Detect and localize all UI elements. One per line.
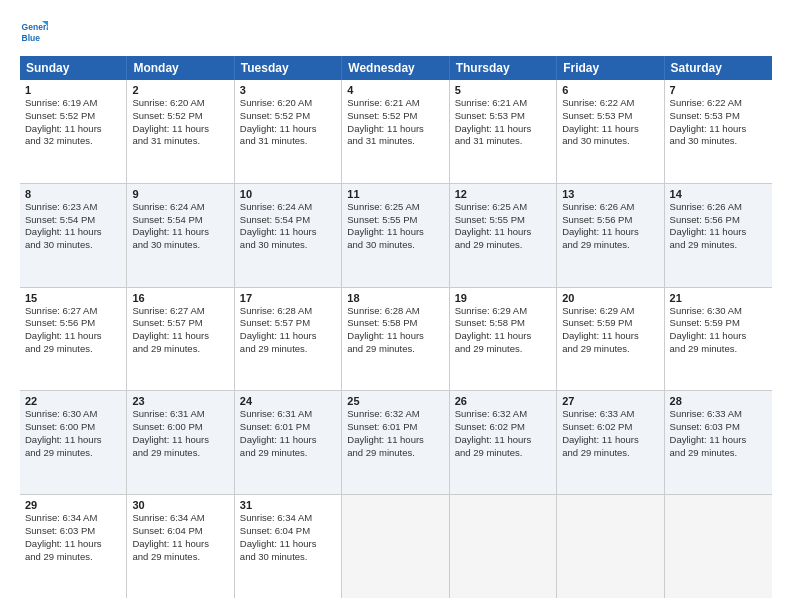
day-cell-1: 1Sunrise: 6:19 AMSunset: 5:52 PMDaylight… — [20, 80, 127, 183]
empty-cell-4-6 — [665, 495, 772, 598]
cell-line: Sunrise: 6:27 AM — [25, 305, 121, 318]
day-number: 21 — [670, 292, 767, 304]
cell-line: and 29 minutes. — [347, 447, 443, 460]
cell-line: Sunrise: 6:25 AM — [455, 201, 551, 214]
calendar-row-4: 29Sunrise: 6:34 AMSunset: 6:03 PMDayligh… — [20, 495, 772, 598]
day-cell-2: 2Sunrise: 6:20 AMSunset: 5:52 PMDaylight… — [127, 80, 234, 183]
cell-line: Sunset: 6:02 PM — [455, 421, 551, 434]
day-number: 26 — [455, 395, 551, 407]
cell-line: Sunrise: 6:34 AM — [25, 512, 121, 525]
cell-line: Daylight: 11 hours — [347, 123, 443, 136]
cell-line: Sunrise: 6:29 AM — [562, 305, 658, 318]
header-day-saturday: Saturday — [665, 56, 772, 80]
cell-line: Daylight: 11 hours — [455, 434, 551, 447]
cell-line: and 31 minutes. — [240, 135, 336, 148]
day-number: 6 — [562, 84, 658, 96]
cell-line: and 30 minutes. — [670, 135, 767, 148]
header: General Blue — [20, 18, 772, 46]
cell-line: Daylight: 11 hours — [562, 434, 658, 447]
calendar-body: 1Sunrise: 6:19 AMSunset: 5:52 PMDaylight… — [20, 80, 772, 598]
day-number: 9 — [132, 188, 228, 200]
cell-line: Sunset: 5:55 PM — [347, 214, 443, 227]
day-number: 12 — [455, 188, 551, 200]
cell-line: Sunset: 6:00 PM — [25, 421, 121, 434]
cell-line: Sunset: 5:59 PM — [670, 317, 767, 330]
cell-line: Sunset: 5:59 PM — [562, 317, 658, 330]
calendar: SundayMondayTuesdayWednesdayThursdayFrid… — [20, 56, 772, 598]
cell-line: Sunrise: 6:33 AM — [562, 408, 658, 421]
cell-line: Daylight: 11 hours — [25, 538, 121, 551]
cell-line: Sunrise: 6:20 AM — [132, 97, 228, 110]
day-number: 27 — [562, 395, 658, 407]
cell-line: and 29 minutes. — [240, 447, 336, 460]
cell-line: Daylight: 11 hours — [25, 330, 121, 343]
day-number: 25 — [347, 395, 443, 407]
cell-line: Sunrise: 6:34 AM — [240, 512, 336, 525]
calendar-row-1: 8Sunrise: 6:23 AMSunset: 5:54 PMDaylight… — [20, 184, 772, 288]
cell-line: Daylight: 11 hours — [562, 226, 658, 239]
cell-line: and 29 minutes. — [132, 551, 228, 564]
day-cell-18: 18Sunrise: 6:28 AMSunset: 5:58 PMDayligh… — [342, 288, 449, 391]
day-number: 1 — [25, 84, 121, 96]
logo-icon: General Blue — [20, 18, 48, 46]
page: General Blue SundayMondayTuesdayWednesda… — [0, 0, 792, 612]
day-cell-6: 6Sunrise: 6:22 AMSunset: 5:53 PMDaylight… — [557, 80, 664, 183]
day-number: 20 — [562, 292, 658, 304]
cell-line: Sunset: 6:04 PM — [240, 525, 336, 538]
cell-line: Sunrise: 6:23 AM — [25, 201, 121, 214]
cell-line: and 29 minutes. — [240, 343, 336, 356]
day-number: 18 — [347, 292, 443, 304]
day-cell-22: 22Sunrise: 6:30 AMSunset: 6:00 PMDayligh… — [20, 391, 127, 494]
cell-line: Sunset: 5:56 PM — [25, 317, 121, 330]
cell-line: Sunrise: 6:28 AM — [240, 305, 336, 318]
calendar-row-2: 15Sunrise: 6:27 AMSunset: 5:56 PMDayligh… — [20, 288, 772, 392]
day-number: 8 — [25, 188, 121, 200]
cell-line: and 29 minutes. — [132, 447, 228, 460]
cell-line: Sunset: 6:01 PM — [240, 421, 336, 434]
cell-line: Daylight: 11 hours — [132, 330, 228, 343]
cell-line: Sunrise: 6:19 AM — [25, 97, 121, 110]
day-cell-29: 29Sunrise: 6:34 AMSunset: 6:03 PMDayligh… — [20, 495, 127, 598]
cell-line: Sunrise: 6:22 AM — [562, 97, 658, 110]
cell-line: and 29 minutes. — [132, 343, 228, 356]
header-day-thursday: Thursday — [450, 56, 557, 80]
day-cell-15: 15Sunrise: 6:27 AMSunset: 5:56 PMDayligh… — [20, 288, 127, 391]
cell-line: and 31 minutes. — [132, 135, 228, 148]
day-number: 16 — [132, 292, 228, 304]
cell-line: Sunset: 5:58 PM — [347, 317, 443, 330]
header-day-tuesday: Tuesday — [235, 56, 342, 80]
day-number: 30 — [132, 499, 228, 511]
cell-line: Sunset: 6:03 PM — [25, 525, 121, 538]
cell-line: and 29 minutes. — [25, 447, 121, 460]
cell-line: Sunset: 5:52 PM — [132, 110, 228, 123]
cell-line: Sunrise: 6:34 AM — [132, 512, 228, 525]
day-number: 4 — [347, 84, 443, 96]
cell-line: Sunrise: 6:20 AM — [240, 97, 336, 110]
cell-line: Sunrise: 6:30 AM — [25, 408, 121, 421]
svg-text:General: General — [22, 22, 48, 32]
cell-line: Sunset: 5:57 PM — [240, 317, 336, 330]
cell-line: Daylight: 11 hours — [670, 123, 767, 136]
cell-line: and 29 minutes. — [25, 343, 121, 356]
cell-line: Sunset: 6:04 PM — [132, 525, 228, 538]
cell-line: Daylight: 11 hours — [670, 434, 767, 447]
cell-line: Sunrise: 6:24 AM — [240, 201, 336, 214]
cell-line: Daylight: 11 hours — [25, 123, 121, 136]
day-number: 29 — [25, 499, 121, 511]
day-number: 31 — [240, 499, 336, 511]
cell-line: Daylight: 11 hours — [25, 226, 121, 239]
cell-line: Daylight: 11 hours — [240, 538, 336, 551]
cell-line: and 30 minutes. — [240, 551, 336, 564]
cell-line: Daylight: 11 hours — [25, 434, 121, 447]
cell-line: Sunset: 5:53 PM — [670, 110, 767, 123]
cell-line: and 29 minutes. — [562, 239, 658, 252]
day-cell-25: 25Sunrise: 6:32 AMSunset: 6:01 PMDayligh… — [342, 391, 449, 494]
cell-line: Sunrise: 6:26 AM — [670, 201, 767, 214]
day-cell-5: 5Sunrise: 6:21 AMSunset: 5:53 PMDaylight… — [450, 80, 557, 183]
day-cell-31: 31Sunrise: 6:34 AMSunset: 6:04 PMDayligh… — [235, 495, 342, 598]
cell-line: Sunset: 5:56 PM — [670, 214, 767, 227]
cell-line: Sunrise: 6:22 AM — [670, 97, 767, 110]
cell-line: and 30 minutes. — [347, 239, 443, 252]
day-cell-27: 27Sunrise: 6:33 AMSunset: 6:02 PMDayligh… — [557, 391, 664, 494]
cell-line: Sunrise: 6:32 AM — [455, 408, 551, 421]
